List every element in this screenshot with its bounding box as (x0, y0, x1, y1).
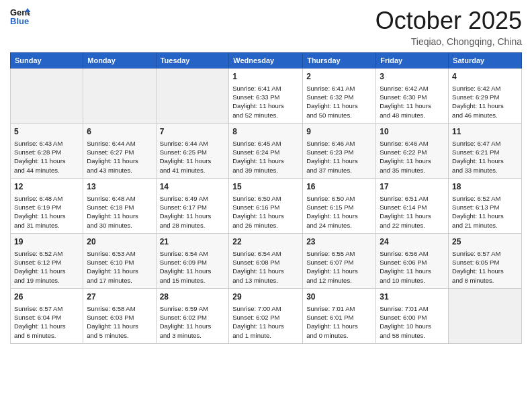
day-info: Sunset: 6:27 PM (87, 148, 152, 156)
day-info: Daylight: 11 hours (87, 156, 152, 165)
table-cell: 23Sunrise: 6:55 AMSunset: 6:07 PMDayligh… (303, 234, 376, 289)
day-info: and 30 minutes. (87, 221, 152, 230)
week-row-3: 12Sunrise: 6:48 AMSunset: 6:19 PMDayligh… (11, 179, 522, 234)
table-cell: 18Sunrise: 6:52 AMSunset: 6:13 PMDayligh… (449, 179, 522, 234)
day-info: Sunrise: 6:54 AM (232, 249, 299, 258)
day-info: Daylight: 11 hours (306, 212, 372, 220)
day-number: 9 (306, 126, 372, 138)
table-cell: 5Sunrise: 6:43 AMSunset: 6:28 PMDaylight… (11, 124, 83, 179)
day-number: 5 (14, 126, 79, 138)
day-info: Sunrise: 6:43 AM (14, 139, 79, 148)
day-info: Sunrise: 6:48 AM (14, 194, 79, 203)
day-info: Sunset: 6:17 PM (160, 203, 226, 212)
col-tuesday: Tuesday (156, 53, 229, 68)
day-info: and 44 minutes. (14, 166, 79, 175)
day-info: Sunset: 6:19 PM (14, 203, 79, 212)
day-info: and 19 minutes. (14, 276, 79, 285)
day-info: Sunset: 6:06 PM (380, 258, 445, 267)
logo: General Blue (10, 7, 30, 26)
day-info: Sunset: 6:30 PM (380, 93, 445, 101)
day-info: and 26 minutes. (232, 221, 299, 230)
day-number: 18 (452, 181, 518, 193)
day-info: Sunrise: 6:44 AM (87, 139, 152, 148)
table-cell: 16Sunrise: 6:50 AMSunset: 6:15 PMDayligh… (303, 179, 376, 234)
day-info: Daylight: 11 hours (160, 267, 226, 275)
day-info: Daylight: 11 hours (232, 101, 299, 110)
day-info: Daylight: 11 hours (306, 267, 372, 275)
table-cell: 7Sunrise: 6:44 AMSunset: 6:25 PMDaylight… (156, 124, 229, 179)
day-number: 14 (160, 181, 226, 193)
day-number: 29 (232, 291, 299, 303)
table-cell: 14Sunrise: 6:49 AMSunset: 6:17 PMDayligh… (156, 179, 229, 234)
day-info: Sunrise: 6:41 AM (232, 84, 299, 93)
day-info: Daylight: 11 hours (380, 101, 445, 110)
day-number: 28 (160, 291, 226, 303)
day-info: and 8 minutes. (452, 276, 518, 285)
table-cell: 26Sunrise: 6:57 AMSunset: 6:04 PMDayligh… (11, 289, 83, 344)
table-cell: 6Sunrise: 6:44 AMSunset: 6:27 PMDaylight… (83, 124, 156, 179)
day-info: and 31 minutes. (14, 221, 79, 230)
day-info: Sunset: 6:02 PM (232, 313, 299, 322)
day-info: and 17 minutes. (87, 276, 152, 285)
day-number: 2 (306, 71, 372, 83)
day-info: Daylight: 11 hours (232, 156, 299, 165)
day-number: 19 (14, 236, 79, 248)
calendar-table: Sunday Monday Tuesday Wednesday Thursday… (10, 52, 522, 344)
day-info: and 6 minutes. (14, 331, 79, 340)
day-info: Daylight: 11 hours (87, 322, 152, 330)
day-info: Daylight: 11 hours (14, 267, 79, 275)
day-info: Daylight: 11 hours (306, 156, 372, 165)
table-cell (11, 68, 83, 124)
day-info: Sunrise: 6:48 AM (87, 194, 152, 203)
day-info: Daylight: 11 hours (452, 156, 518, 165)
day-info: Sunrise: 6:45 AM (232, 139, 299, 148)
header: General Blue October 2025 Tieqiao, Chong… (10, 7, 522, 47)
day-info: Sunset: 6:29 PM (452, 93, 518, 101)
day-info: Sunrise: 6:59 AM (160, 304, 226, 313)
day-info: Sunset: 6:23 PM (306, 148, 372, 156)
day-number: 21 (160, 236, 226, 248)
col-monday: Monday (83, 53, 156, 68)
week-row-2: 5Sunrise: 6:43 AMSunset: 6:28 PMDaylight… (11, 124, 522, 179)
table-cell: 27Sunrise: 6:58 AMSunset: 6:03 PMDayligh… (83, 289, 156, 344)
day-info: Daylight: 11 hours (232, 322, 299, 330)
day-info: Sunrise: 6:55 AM (306, 249, 372, 258)
day-info: Sunrise: 6:44 AM (160, 139, 226, 148)
col-wednesday: Wednesday (229, 53, 303, 68)
day-info: Sunset: 6:32 PM (306, 93, 372, 101)
day-number: 4 (452, 71, 518, 83)
day-info: and 58 minutes. (380, 331, 445, 340)
col-friday: Friday (376, 53, 449, 68)
day-info: Daylight: 11 hours (380, 156, 445, 165)
day-info: Sunrise: 6:53 AM (87, 249, 152, 258)
day-number: 26 (14, 291, 79, 303)
day-info: Sunrise: 6:51 AM (380, 194, 445, 203)
page: General Blue October 2025 Tieqiao, Chong… (0, 0, 532, 411)
day-info: and 41 minutes. (160, 166, 226, 175)
title-block: October 2025 Tieqiao, Chongqing, China (375, 7, 522, 47)
day-info: Sunset: 6:15 PM (306, 203, 372, 212)
day-number: 20 (87, 236, 152, 248)
day-number: 25 (452, 236, 518, 248)
day-info: Sunrise: 6:52 AM (452, 194, 518, 203)
day-info: and 35 minutes. (380, 166, 445, 175)
day-info: Sunrise: 7:00 AM (232, 304, 299, 313)
day-number: 13 (87, 181, 152, 193)
day-info: and 28 minutes. (160, 221, 226, 230)
day-info: Sunrise: 6:57 AM (452, 249, 518, 258)
day-info: Sunset: 6:00 PM (380, 313, 445, 322)
day-info: and 43 minutes. (87, 166, 152, 175)
day-info: and 21 minutes. (452, 221, 518, 230)
day-info: and 3 minutes. (160, 331, 226, 340)
day-info: Sunset: 6:33 PM (232, 93, 299, 101)
week-row-5: 26Sunrise: 6:57 AMSunset: 6:04 PMDayligh… (11, 289, 522, 344)
day-number: 24 (380, 236, 445, 248)
week-row-1: 1Sunrise: 6:41 AMSunset: 6:33 PMDaylight… (11, 68, 522, 124)
day-info: Sunset: 6:13 PM (452, 203, 518, 212)
table-cell: 10Sunrise: 6:46 AMSunset: 6:22 PMDayligh… (376, 124, 449, 179)
table-cell: 12Sunrise: 6:48 AMSunset: 6:19 PMDayligh… (11, 179, 83, 234)
day-number: 8 (232, 126, 299, 138)
day-number: 10 (380, 126, 445, 138)
day-info: Daylight: 11 hours (452, 267, 518, 275)
col-saturday: Saturday (449, 53, 522, 68)
